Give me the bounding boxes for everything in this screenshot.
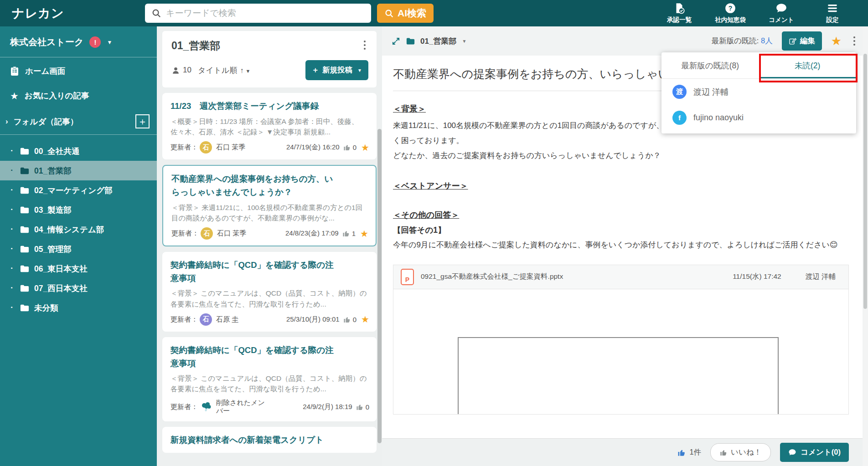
- article-card-title: 11/23 週次営業部ミーティング議事録: [170, 100, 369, 113]
- avatar: 石: [200, 313, 212, 326]
- speech-bubble-icon: [788, 448, 796, 456]
- expand-icon[interactable]: [391, 36, 401, 46]
- sidebar: 株式会社ストーク ! ▼ ホーム画面 ★ お気に入りの記事 › フォルダ（記事）…: [0, 26, 157, 466]
- article-footer-bar: 1件 いいね！ コメント(0): [382, 438, 868, 466]
- approval-list-button[interactable]: 承認一覧: [654, 2, 705, 24]
- article-card[interactable]: 新規資料請求者への新着架電スクリプト: [162, 427, 377, 453]
- article-card[interactable]: 11/23 週次営業部ミーティング議事録 ＜概要＞日時：11/23 場所：会議室…: [162, 93, 377, 159]
- keyword-search[interactable]: [145, 4, 371, 23]
- deleted-member-avatar: [200, 401, 212, 413]
- article-scrollbar[interactable]: [863, 26, 868, 466]
- question-icon: ?: [724, 2, 736, 14]
- star-icon[interactable]: ★: [361, 142, 369, 153]
- star-icon[interactable]: ★: [361, 314, 369, 325]
- chevron-down-icon[interactable]: ▼: [462, 39, 466, 44]
- bullet-icon: ・: [8, 303, 15, 312]
- top-bar: ナレカン AI検索 承認一覧 ? 社内知恵袋 コメント: [0, 0, 868, 26]
- sidebar-item-home[interactable]: ホーム画面: [0, 60, 157, 82]
- attachment-user: 渡辺 洋輔: [806, 272, 836, 282]
- sidebar-folder-06-higashinihon[interactable]: ・ 06_東日本支社: [0, 259, 157, 278]
- bullet-icon: ・: [8, 284, 15, 292]
- reader-name: 渡辺 洋輔: [693, 87, 728, 97]
- attachment-block: P 0921_gsa不動産株式会社様_ご提案資料.pptx 11/15(水) 1…: [393, 265, 849, 415]
- readers-popup: 最新版の既読(8) 未読(2) 渡 渡辺 洋輔 f fujino naoyuki: [661, 52, 856, 133]
- article-card[interactable]: 契約書締結時に「QCD」を確認する際の注意事項 ＜背景＞ このマニュアルは、QC…: [162, 252, 377, 332]
- sidebar-item-favorites[interactable]: ★ お気に入りの記事: [0, 85, 157, 107]
- bullet-icon: ・: [8, 205, 15, 214]
- kebab-menu-icon[interactable]: [851, 35, 858, 47]
- scrollbar-thumb[interactable]: [863, 54, 867, 309]
- thumbs-up-icon: [720, 449, 728, 456]
- article-card-selected[interactable]: 不動産業界への提案事例をお持ちの方、いらっしゃいませんでしょうか？ ＜背景＞ 来…: [162, 165, 377, 246]
- tab-read[interactable]: 最新版の既読(8): [661, 52, 759, 78]
- sidebar-folder-unclassified[interactable]: ・ 未分類: [0, 298, 157, 317]
- sidebar-folders-header[interactable]: › フォルダ（記事） ＋: [0, 108, 157, 135]
- like-count: 1: [352, 230, 356, 237]
- read-status[interactable]: 最新版の既読: 8人: [711, 36, 772, 46]
- sidebar-folder-04-johosystem[interactable]: ・ 04_情報システム部: [0, 220, 157, 239]
- thumbs-up-icon: [343, 143, 351, 151]
- section-heading-other-answers: ＜その他の回答＞: [393, 210, 850, 220]
- sidebar-folder-05-kanri[interactable]: ・ 05_管理部: [0, 239, 157, 259]
- settings-button[interactable]: 設定: [807, 2, 858, 24]
- avatar: f: [672, 111, 687, 125]
- search-input[interactable]: [166, 8, 365, 18]
- company-qa-button[interactable]: ? 社内知恵袋: [705, 2, 756, 24]
- approval-list-icon: [673, 2, 685, 14]
- section-heading-best-answer: ＜ベストアンサー＞: [393, 180, 850, 191]
- alert-badge: !: [89, 36, 101, 48]
- bullet-icon: ・: [8, 264, 15, 273]
- updated-by-label: 更新者：: [170, 403, 198, 411]
- folder-icon: [406, 37, 415, 45]
- folder-icon: [20, 206, 29, 214]
- sidebar-folder-00-zensha[interactable]: ・ 00_全社共通: [0, 141, 157, 161]
- sort-selector[interactable]: タイトル順↑▼: [198, 65, 250, 76]
- updated-date: 24/8/23(金) 17:09: [285, 229, 339, 238]
- bullet-icon: ・: [8, 166, 15, 175]
- add-folder-button[interactable]: ＋: [135, 114, 150, 128]
- updater-name: 削除されたメンバー: [216, 399, 265, 416]
- list-scrollbar[interactable]: [377, 129, 382, 443]
- sidebar-folder-02-marketing[interactable]: ・ 02_マーケティング部: [0, 180, 157, 200]
- reader-name: fujino naoyuki: [693, 113, 744, 123]
- attachment-header[interactable]: P 0921_gsa不動産株式会社様_ご提案資料.pptx 11/15(水) 1…: [393, 265, 848, 289]
- article-card[interactable]: 契約書締結時に「QCD」を確認する際の注意事項 ＜背景＞ このマニュアルは、QC…: [162, 337, 377, 421]
- thumbs-up-icon: [677, 448, 686, 457]
- kebab-menu-icon[interactable]: [361, 39, 368, 51]
- sidebar-folder-03-seizo[interactable]: ・ 03_製造部: [0, 200, 157, 220]
- article-card-title: 契約書締結時に「QCD」を確認する際の注意事項: [170, 259, 338, 285]
- reader-list-item: 渡 渡辺 洋輔: [661, 79, 856, 105]
- sidebar-folder-07-nishinihon[interactable]: ・ 07_西日本支社: [0, 278, 157, 298]
- edit-button[interactable]: 編集: [782, 31, 822, 51]
- attachment-filename[interactable]: 0921_gsa不動産株式会社様_ご提案資料.pptx: [421, 272, 563, 282]
- folder-icon: [20, 284, 29, 292]
- star-icon[interactable]: ★: [360, 228, 368, 239]
- comment-button[interactable]: コメント(0): [780, 443, 849, 462]
- person-icon: [171, 66, 180, 75]
- article-pane: 01_営業部 ▼ 最新版の既読: 8人 編集 ★ 不動産業界への提案事例をお持ち…: [382, 26, 868, 466]
- read-count: 8人: [761, 36, 773, 45]
- new-post-button[interactable]: ＋ 新規投稿 ▼: [305, 60, 368, 80]
- article-card-excerpt: ＜背景＞ このマニュアルは、QCD（品質、コスト、納期）の各要素に焦点を当てた、…: [170, 373, 369, 394]
- thumbs-up-icon: [356, 403, 364, 411]
- body-text: く困っております。: [393, 133, 850, 148]
- company-selector[interactable]: 株式会社ストーク ! ▼: [0, 26, 157, 57]
- folder-icon: [20, 225, 29, 234]
- comment-button[interactable]: コメント: [756, 2, 807, 24]
- folder-icon: [20, 167, 29, 175]
- favorite-star-icon[interactable]: ★: [831, 35, 842, 47]
- body-text: どなたか、過去のご提案資料をお持ちの方いらっしゃいませんでしょうか？: [393, 148, 850, 163]
- folder-icon: [20, 265, 29, 273]
- sort-ascending-icon: ↑: [240, 67, 244, 74]
- ai-search-button[interactable]: AI検索: [377, 4, 434, 23]
- sidebar-folder-01-eigyobu[interactable]: ・ 01_営業部: [0, 161, 157, 180]
- hamburger-menu-icon: [827, 2, 838, 14]
- like-button[interactable]: いいね！: [710, 443, 771, 461]
- speech-bubble-icon: [775, 2, 787, 14]
- like-summary[interactable]: 1件: [677, 447, 701, 457]
- thumbs-up-icon: [342, 230, 350, 237]
- tab-unread[interactable]: 未読(2): [759, 52, 857, 78]
- updater-name: 石原 圭: [216, 315, 238, 324]
- updated-date: 24/9/2(月) 18:19: [303, 403, 352, 411]
- breadcrumb[interactable]: 01_営業部: [420, 36, 456, 46]
